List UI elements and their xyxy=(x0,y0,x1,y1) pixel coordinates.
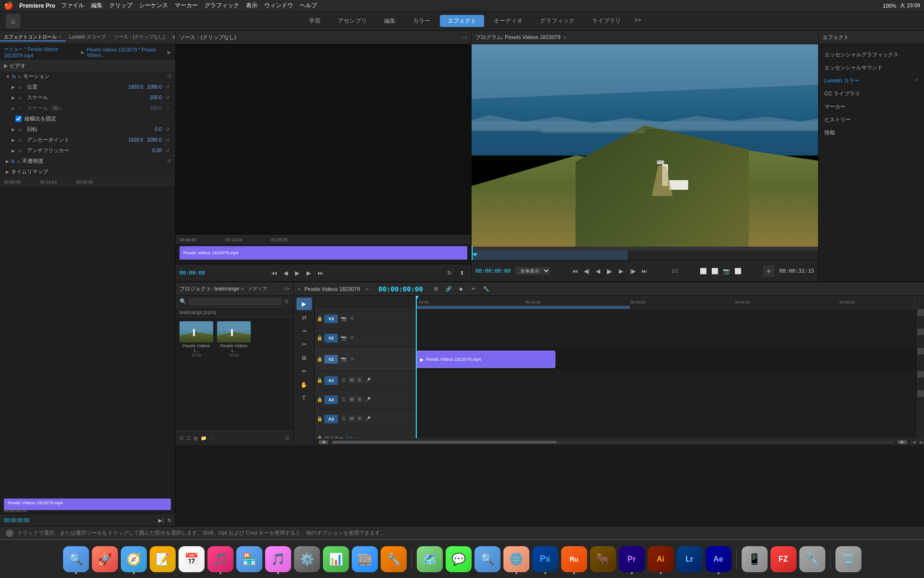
prog-camera[interactable]: 📷 xyxy=(721,266,732,276)
scale-width-expand[interactable]: ▶ xyxy=(12,106,16,111)
a3-lock[interactable]: 🔒 xyxy=(317,416,323,421)
media-browser-btn[interactable]: メディア. xyxy=(248,286,269,292)
dock-store[interactable]: 🏬 xyxy=(352,546,378,572)
menu-clip[interactable]: クリップ xyxy=(109,1,132,10)
a3-solo-btn[interactable]: S xyxy=(356,415,363,422)
effect-cc-library[interactable]: CC ライブラリ xyxy=(819,87,924,100)
tab-library[interactable]: ライブラリ xyxy=(584,15,629,27)
src-to-end[interactable]: ⏭ xyxy=(315,268,326,278)
breadcrumb-clip[interactable]: Pexels Videos 1823079 * Pexels Videos... xyxy=(87,47,166,58)
dock-filezilla[interactable]: FZ xyxy=(770,546,796,572)
menu-edit[interactable]: 編集 xyxy=(91,1,103,10)
tool-razor[interactable]: ✂ xyxy=(296,338,312,351)
timeline-menu-icon[interactable]: ≡ xyxy=(366,286,369,292)
timeline-icon[interactable]: ○ xyxy=(209,435,212,441)
scale-width-reset[interactable]: ↺ xyxy=(166,105,171,111)
tabs-more-button[interactable]: >> xyxy=(630,15,645,27)
menu-help[interactable]: ヘルプ xyxy=(300,1,317,10)
scale-expand[interactable]: ▶ xyxy=(12,95,16,100)
prog-export-frame[interactable]: ⬜ xyxy=(732,266,743,276)
folder-icon[interactable]: 📁 xyxy=(201,435,206,441)
dock-itunes[interactable]: 🎵 xyxy=(265,546,291,572)
scroll-to-end[interactable]: ▶| xyxy=(920,440,924,445)
menu-window[interactable]: ウィンドウ xyxy=(264,1,293,10)
dock-ios-simulator[interactable]: 📱 xyxy=(742,546,768,572)
a2-mic-icon[interactable]: 🎤 xyxy=(364,396,372,404)
a2-mute-btn[interactable]: M xyxy=(348,396,355,403)
src-prev-frame[interactable]: ◀ xyxy=(281,268,291,278)
v3-lock[interactable]: 🔒 xyxy=(317,316,323,321)
track-expand-v3[interactable] xyxy=(917,309,924,316)
scroll-track[interactable] xyxy=(332,441,894,444)
ec-loop-btn[interactable]: ↻ xyxy=(167,518,171,523)
scroll-to-start[interactable]: |◀ xyxy=(911,440,915,445)
dock-photoshop[interactable]: Ps xyxy=(532,546,558,572)
tab-assembly[interactable]: アセンブリ xyxy=(330,15,374,27)
scroll-end[interactable]: ▶ xyxy=(898,440,907,444)
dock-settings[interactable]: ⚙️ xyxy=(294,546,320,572)
menu-graphic[interactable]: グラフィック xyxy=(205,1,239,10)
prog-prev-frame[interactable]: ◀ xyxy=(593,266,603,276)
scale-reset[interactable]: ↺ xyxy=(166,95,171,100)
tab-audio[interactable]: オーディオ xyxy=(486,15,530,27)
prog-to-end[interactable]: ⏭ xyxy=(639,266,650,276)
ec-send-btn[interactable]: ▶| xyxy=(158,518,164,523)
prog-insert[interactable]: ⬜ xyxy=(698,266,708,276)
search-settings-icon[interactable]: ⚙ xyxy=(284,298,289,305)
dock-chrome[interactable]: 🌐 xyxy=(503,546,529,572)
menu-marker[interactable]: マーカー xyxy=(175,1,198,10)
project-more-btn[interactable]: >> xyxy=(283,286,289,291)
dock-safari[interactable]: 🧭 xyxy=(121,546,147,572)
source-monitor-expand[interactable]: >> xyxy=(461,35,467,40)
program-scrubber[interactable] xyxy=(472,247,818,250)
rotation-expand[interactable]: ▶ xyxy=(12,127,16,132)
dock-lightroom[interactable]: Lr xyxy=(677,546,703,572)
dock-tool2[interactable]: 🔧 xyxy=(799,546,825,572)
a1-solo-btn[interactable]: S xyxy=(356,377,363,383)
dock-tools[interactable]: 🔧 xyxy=(381,546,407,572)
dock-bullguard[interactable]: 🐂 xyxy=(590,546,616,572)
dock-premiere[interactable]: Pr xyxy=(619,546,645,572)
tab-source-no-clip[interactable]: ソース：(クリップなし) xyxy=(110,34,169,41)
prog-prev-marker[interactable]: ◀| xyxy=(581,266,592,276)
apple-menu[interactable]: 🍎 xyxy=(4,1,13,10)
dock-messages[interactable]: 💬 xyxy=(446,546,472,572)
timeline-playhead[interactable] xyxy=(416,296,417,309)
prog-overwrite[interactable]: ⬜ xyxy=(709,266,720,276)
a3-mic-icon[interactable]: 🎤 xyxy=(364,415,372,423)
src-loop[interactable]: ↻ xyxy=(444,268,455,278)
timeline-close-btn[interactable]: × xyxy=(297,286,300,292)
tl-wrench[interactable]: 🔧 xyxy=(481,284,491,294)
effect-essential-graphics[interactable]: エッセンシャルグラフィックス xyxy=(819,48,924,61)
antiflicker-reset[interactable]: ↺ xyxy=(166,148,171,153)
a2-solo-btn[interactable]: S xyxy=(356,396,363,403)
effect-lumetri-color[interactable]: Lumetri カラー ≡ xyxy=(819,74,924,87)
source-clip-bar[interactable]: Pexels Videos 1823079.mp4 xyxy=(180,246,467,260)
v3-camera-icon[interactable]: 📷 xyxy=(340,315,347,323)
menu-sequence[interactable]: シーケンス xyxy=(139,1,168,10)
tool-pen[interactable]: ✏ xyxy=(296,365,312,378)
tab-audio-mixer[interactable]: オーディオクリップミキサー：Pexels Videos 18230 xyxy=(169,34,175,41)
motion-expand[interactable]: ▼ xyxy=(6,74,10,79)
program-zoom[interactable]: 全体表示 xyxy=(515,267,550,275)
track-expand-a2[interactable] xyxy=(917,390,924,397)
menu-view[interactable]: 表示 xyxy=(246,1,257,10)
project-search-input[interactable] xyxy=(189,298,282,305)
position-reset[interactable]: ↺ xyxy=(166,84,171,90)
prog-next-marker[interactable]: |▶ xyxy=(628,266,638,276)
opacity-reset[interactable]: ↺ xyxy=(167,158,171,164)
prog-play[interactable]: ▶ xyxy=(604,266,615,276)
tl-pen[interactable]: ✏ xyxy=(468,284,479,294)
video-expand[interactable]: ▶ xyxy=(4,63,8,69)
lumetri-menu-icon[interactable]: ≡ xyxy=(915,77,918,82)
tool-select[interactable]: ▶ xyxy=(296,298,312,310)
tab-effects[interactable]: エフェクト xyxy=(440,15,484,27)
tab-learning[interactable]: 学習 xyxy=(301,15,328,27)
dock-calendar[interactable]: 📅 xyxy=(179,546,205,572)
tab-effect-controls[interactable]: エフェクトコントロール ≡ xyxy=(0,34,65,41)
v1-camera-icon[interactable]: 📷 xyxy=(340,355,347,363)
tab-graphics[interactable]: グラフィック xyxy=(532,15,582,27)
dock-maps[interactable]: 🗺️ xyxy=(417,546,443,572)
v2-camera-icon[interactable]: 📷 xyxy=(340,334,347,342)
program-monitor-menu[interactable]: ≡ xyxy=(564,35,566,40)
